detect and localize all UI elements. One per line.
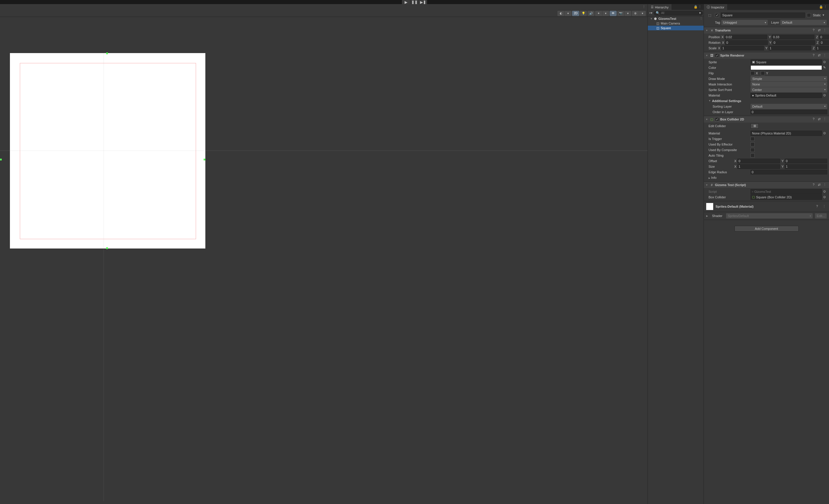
component-enabled-checkbox[interactable]: ✓ [715, 117, 719, 121]
gizmos-toggle[interactable]: ⊕ [632, 11, 639, 16]
position-y-input[interactable] [772, 35, 815, 39]
gizmo-handle[interactable] [0, 159, 2, 160]
component-enabled-checkbox[interactable]: ✓ [715, 53, 719, 58]
lock-icon[interactable]: 🔒 [819, 5, 823, 9]
preset-icon[interactable]: ⇄ [818, 28, 822, 32]
is-trigger-checkbox[interactable] [751, 137, 755, 141]
play-button[interactable]: ▶ [402, 0, 410, 4]
panel-menu-icon[interactable]: ⋮ [824, 5, 828, 9]
hierarchy-item-camera[interactable]: ◫ Main Camera [648, 21, 704, 26]
object-picker-icon[interactable]: ⊙ [823, 93, 827, 98]
box-collider-header[interactable]: ▼ ▢ ✓ Box Collider 2D ? ⇄ ⋮ [704, 116, 829, 122]
object-picker-icon[interactable]: ⊙ [823, 195, 827, 199]
gizmo-handle[interactable] [204, 159, 205, 160]
order-in-layer-input[interactable] [751, 110, 827, 114]
flip-x-checkbox[interactable] [751, 71, 755, 75]
used-by-effector-checkbox[interactable] [751, 142, 755, 146]
menu-icon[interactable]: ⋮ [823, 183, 827, 187]
shader-dropdown[interactable]: Sprites/Default▾ [726, 213, 813, 218]
static-dropdown-icon[interactable]: ▾ [823, 13, 827, 17]
panel-menu-icon[interactable]: ⋮ [698, 5, 702, 9]
material-header[interactable]: Sprites-Default (Material) ? ⋮ [704, 201, 829, 212]
scene-view[interactable] [0, 17, 648, 504]
info-foldout[interactable]: ▶ Info [706, 176, 749, 179]
audio-toggle[interactable]: 🔊 [587, 11, 594, 16]
edit-collider-button[interactable]: ⊞ [751, 123, 759, 129]
shading-dropdown[interactable]: ▾ [565, 11, 571, 16]
hierarchy-search-input[interactable] [661, 11, 698, 14]
sprite-field[interactable]: ▣Square [751, 60, 822, 65]
object-picker-icon[interactable]: ⊙ [823, 131, 827, 135]
help-icon[interactable]: ? [813, 28, 817, 32]
box-collider-ref-field[interactable]: ▢Square (Box Collider 2D) [751, 194, 822, 200]
foldout-icon[interactable]: ▼ [650, 17, 652, 20]
material-field[interactable]: ●Sprites-Default [751, 93, 822, 98]
sprite-renderer-header[interactable]: ▼ 🖼 ✓ Sprite Renderer ? ⇄ ⋮ [704, 52, 829, 59]
gizmo-handle[interactable] [106, 247, 108, 249]
hierarchy-item-square[interactable]: ◫ Square [648, 26, 704, 30]
inspector-tab[interactable]: ⓘ Inspector [704, 4, 727, 10]
object-picker-icon[interactable]: ⊙ [823, 60, 827, 64]
mask-interaction-dropdown[interactable]: None▾ [751, 82, 827, 87]
shading-mode-button[interactable]: ◐ [557, 11, 565, 16]
help-icon[interactable]: ? [813, 183, 817, 187]
gameobject-name-input[interactable] [721, 12, 805, 18]
hierarchy-tab[interactable]: ☰ Hierarchy [648, 4, 672, 10]
used-by-composite-checkbox[interactable] [751, 148, 755, 152]
gameobject-cube-icon[interactable]: ⬚ [706, 12, 713, 19]
transform-header[interactable]: ▼ ⤫ Transform ? ⇄ ⋮ [704, 27, 829, 34]
lock-icon[interactable]: 🔒 [694, 5, 698, 9]
lighting-toggle[interactable]: 💡 [580, 11, 587, 16]
edge-radius-input[interactable] [751, 170, 827, 174]
add-component-button[interactable]: Add Component [734, 226, 799, 231]
shader-edit-button[interactable]: Edit... [815, 213, 827, 218]
help-icon[interactable]: ? [813, 53, 817, 58]
draw-mode-dropdown[interactable]: Simple▾ [751, 76, 827, 81]
visibility-toggle[interactable]: 👁 [610, 11, 617, 16]
camera-toggle[interactable]: 📷 [617, 11, 624, 16]
scene-menu-icon[interactable]: ⋮ [642, 5, 646, 9]
tag-dropdown[interactable]: Untagged▾ [721, 20, 768, 25]
scale-y-input[interactable] [769, 46, 811, 50]
collider-material-field[interactable]: None (Physics Material 2D) [751, 131, 822, 136]
additional-settings-foldout[interactable]: ▼Additional Settings [706, 99, 741, 103]
fx-toggle[interactable]: ✦ [595, 11, 602, 16]
preset-icon[interactable]: ⇄ [818, 117, 822, 121]
eyedropper-icon[interactable]: ✎ [823, 66, 827, 70]
gizmos-dropdown[interactable]: ▾ [639, 11, 646, 16]
size-y-input[interactable] [785, 164, 827, 169]
size-x-input[interactable] [737, 164, 780, 169]
preset-icon[interactable]: ⇄ [818, 53, 822, 58]
pause-button[interactable]: ❚❚ [410, 0, 419, 4]
collider-gizmo-outline[interactable] [20, 63, 196, 239]
menu-icon[interactable]: ⋮ [823, 205, 827, 209]
active-checkbox[interactable]: ✓ [715, 13, 719, 17]
color-field[interactable] [751, 65, 822, 70]
rotation-x-input[interactable] [725, 40, 768, 45]
step-button[interactable]: ▶❚ [419, 0, 427, 4]
add-object-button[interactable]: +▾ [649, 11, 652, 15]
offset-x-input[interactable] [737, 159, 780, 163]
static-checkbox[interactable] [807, 13, 811, 17]
sorting-layer-dropdown[interactable]: Default▾ [751, 104, 827, 109]
help-icon[interactable]: ? [816, 205, 820, 209]
search-dropdown-icon[interactable]: ▾ [699, 11, 701, 15]
auto-tiling-checkbox[interactable] [751, 153, 755, 157]
object-picker-icon[interactable]: ⊙ [823, 189, 827, 194]
menu-icon[interactable]: ⋮ [823, 53, 827, 58]
hierarchy-search[interactable]: 🔍 ▾ [654, 11, 703, 15]
camera-dropdown[interactable]: ▾ [624, 11, 631, 16]
flip-y-checkbox[interactable] [761, 71, 765, 75]
preset-icon[interactable]: ⇄ [818, 183, 822, 187]
position-x-input[interactable] [725, 35, 767, 39]
help-icon[interactable]: ? [813, 117, 817, 121]
material-foldout[interactable]: ▶ [706, 215, 710, 217]
toggle-2d-button[interactable]: 2D [572, 11, 579, 16]
layer-dropdown[interactable]: Default▾ [780, 20, 827, 25]
script-header[interactable]: ▼ # Gizoms Test (Script) ? ⇄ ⋮ [704, 182, 829, 188]
menu-icon[interactable]: ⋮ [823, 28, 827, 32]
gizmo-handle[interactable] [106, 52, 108, 54]
rotation-y-input[interactable] [772, 40, 815, 45]
scale-z-input[interactable] [816, 46, 829, 50]
sprite-sort-point-dropdown[interactable]: Center▾ [751, 87, 827, 93]
